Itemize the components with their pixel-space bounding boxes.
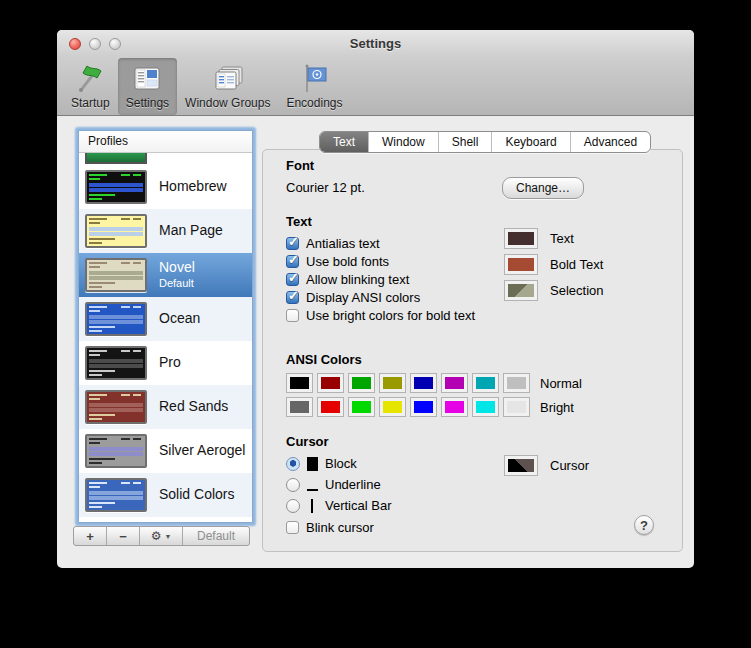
tab-advanced[interactable]: Advanced (571, 132, 650, 152)
remove-profile-button[interactable]: − (107, 527, 140, 545)
ansi-swatch-bright-1[interactable] (317, 397, 344, 417)
toolbar-item-window-groups[interactable]: Window Groups (177, 58, 278, 115)
desktop: { "window": { "title": "Settings" }, "to… (0, 0, 751, 648)
ansi-swatch-normal-4[interactable] (410, 373, 437, 393)
toolbar-item-settings[interactable]: Settings (118, 58, 177, 115)
checkbox-row-use-bold-fonts[interactable]: Use bold fonts (286, 252, 475, 270)
radio-vertical-bar[interactable] (286, 499, 300, 513)
underline-cursor-glyph (307, 478, 318, 492)
chevron-down-icon: ▼ (164, 533, 171, 540)
profile-row-red-sands[interactable]: Red Sands (79, 385, 252, 429)
checkbox-antialias-text[interactable] (286, 237, 299, 250)
profile-options-button[interactable]: ⚙ ▼ (140, 527, 183, 545)
ansi-swatch-bright-0[interactable] (286, 397, 313, 417)
tab-shell[interactable]: Shell (439, 132, 493, 152)
profile-row-man-page[interactable]: Man Page (79, 209, 252, 253)
checkbox-row-antialias-text[interactable]: Antialias text (286, 234, 475, 252)
ansi-swatch-normal-5[interactable] (441, 373, 468, 393)
profile-row-ocean[interactable]: Ocean (79, 297, 252, 341)
profile-thumbnail (85, 302, 147, 336)
checkbox-allow-blinking-text[interactable] (286, 273, 299, 286)
profile-row-homebrew[interactable]: Homebrew (79, 165, 252, 209)
normal-label: Normal (540, 376, 582, 391)
checkbox-row-blink-cursor[interactable]: Blink cursor (286, 518, 374, 536)
startup-flag-icon (74, 63, 106, 95)
ansi-color-grid: NormalBright (286, 371, 582, 419)
gear-icon: ⚙ (151, 530, 162, 542)
window-title: Settings (57, 30, 694, 58)
ansi-swatch-normal-0[interactable] (286, 373, 313, 393)
font-value: Courier 12 pt. (286, 180, 365, 195)
profile-actions-bar: + − ⚙ ▼ Default (73, 526, 250, 546)
toolbar-label-window-groups: Window Groups (185, 96, 270, 110)
profile-subtitle: Default (159, 277, 194, 289)
radio-label: Underline (325, 477, 381, 492)
titlebar[interactable]: Settings (57, 30, 694, 58)
color-well-label: Cursor (550, 458, 589, 473)
block-cursor-glyph (307, 457, 318, 471)
bright-label: Bright (540, 400, 574, 415)
ansi-swatch-bright-3[interactable] (379, 397, 406, 417)
ansi-swatch-bright-4[interactable] (410, 397, 437, 417)
ansi-swatch-normal-7[interactable] (503, 373, 530, 393)
profile-name: Silver Aerogel (159, 442, 245, 458)
ansi-swatch-bright-6[interactable] (472, 397, 499, 417)
radio-block[interactable] (286, 457, 300, 471)
window-chrome: Settings Startup Settings (57, 30, 694, 116)
ansi-swatch-normal-6[interactable] (472, 373, 499, 393)
checkbox-label: Blink cursor (306, 520, 374, 535)
checkbox-use-bright-colors-for-bold-text[interactable] (286, 309, 299, 322)
radio-label: Vertical Bar (325, 498, 391, 513)
ansi-swatch-normal-1[interactable] (317, 373, 344, 393)
tab-keyboard[interactable]: Keyboard (492, 132, 570, 152)
profile-thumbnail (85, 478, 147, 512)
toolbar-item-startup[interactable]: Startup (63, 58, 118, 115)
profile-thumbnail (85, 258, 147, 292)
profile-row-solid-colors[interactable]: Solid Colors (79, 473, 252, 517)
radio-row-underline[interactable]: Underline (286, 474, 391, 495)
ansi-swatch-bright-5[interactable] (441, 397, 468, 417)
color-well-label: Bold Text (550, 257, 603, 272)
change-font-button[interactable]: Change… (502, 177, 584, 199)
profile-row-pro[interactable]: Pro (79, 341, 252, 385)
checkbox-display-ansi-colors[interactable] (286, 291, 299, 304)
radio-row-block[interactable]: Block (286, 453, 391, 474)
settings-group-box: Font Courier 12 pt. Change… Text Antiali… (262, 149, 683, 552)
ansi-swatch-bright-2[interactable] (348, 397, 375, 417)
profile-row-novel[interactable]: NovelDefault (79, 253, 252, 297)
text-section-header: Text (286, 214, 312, 229)
toolbar: Startup Settings (63, 58, 350, 115)
text-checkbox-group: Antialias textUse bold fontsAllow blinki… (286, 234, 475, 324)
checkbox-use-bold-fonts[interactable] (286, 255, 299, 268)
toolbar-label-startup: Startup (71, 96, 110, 110)
cursor-section-header: Cursor (286, 434, 329, 449)
tab-window[interactable]: Window (369, 132, 439, 152)
profile-row-partial[interactable] (79, 153, 252, 165)
add-profile-button[interactable]: + (74, 527, 107, 545)
radio-row-vertical-bar[interactable]: Vertical Bar (286, 495, 391, 516)
tab-text[interactable]: Text (320, 132, 369, 152)
color-well-cursor[interactable] (504, 455, 538, 476)
color-well-row-selection: Selection (504, 277, 603, 303)
default-button[interactable]: Default (183, 527, 249, 545)
profile-row-silver-aerogel[interactable]: Silver Aerogel (79, 429, 252, 473)
ansi-swatch-normal-3[interactable] (379, 373, 406, 393)
profile-name: Solid Colors (159, 486, 234, 502)
checkbox-row-allow-blinking-text[interactable]: Allow blinking text (286, 270, 475, 288)
profile-thumbnail-partial (85, 153, 147, 164)
checkbox-row-use-bright-colors-for-bold-text[interactable]: Use bright colors for bold text (286, 306, 475, 324)
ansi-swatch-normal-2[interactable] (348, 373, 375, 393)
profile-thumbnail (85, 170, 147, 204)
checkbox-row-display-ansi-colors[interactable]: Display ANSI colors (286, 288, 475, 306)
profiles-list: Profiles HomebrewMan PageNovelDefaultOce… (78, 130, 253, 523)
color-well-bold-text[interactable] (504, 254, 538, 275)
radio-underline[interactable] (286, 478, 300, 492)
profile-name: Ocean (159, 310, 200, 326)
help-button[interactable]: ? (634, 515, 654, 535)
color-well-selection[interactable] (504, 280, 538, 301)
ansi-swatch-bright-7[interactable] (503, 397, 530, 417)
color-well-label: Selection (550, 283, 603, 298)
color-well-text[interactable] (504, 228, 538, 249)
checkbox-blink-cursor[interactable] (286, 521, 299, 534)
toolbar-item-encodings[interactable]: Encodings (278, 58, 350, 115)
